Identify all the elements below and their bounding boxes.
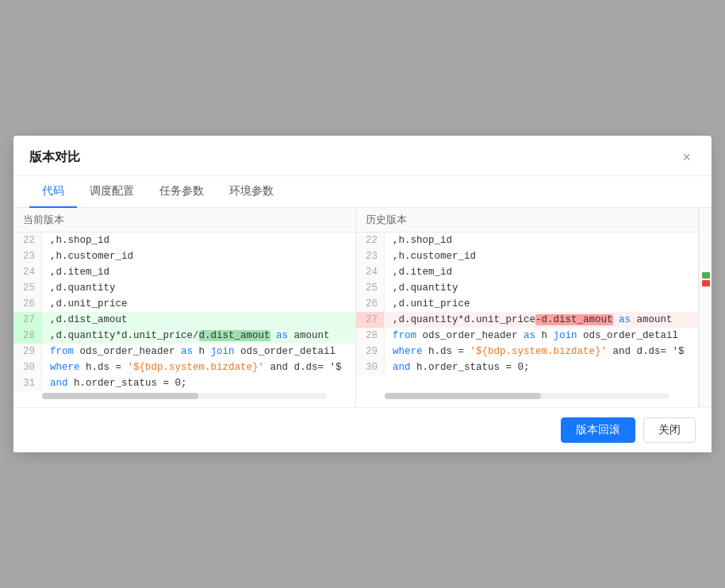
table-row: 28 ,d.quantity*d.unit_price/d.dist_amout… — [13, 328, 355, 344]
tab-task[interactable]: 任务参数 — [147, 176, 217, 208]
table-row: 29 where h.ds = '${bdp.system.bizdate}' … — [356, 344, 698, 359]
table-row: 28 from ods_order_header as h join ods_o… — [356, 328, 698, 344]
minimap-added-marker — [702, 272, 710, 279]
table-row: 24 ,d.item_id — [13, 264, 355, 280]
table-row: 31 and h.order_status = 0; — [13, 375, 355, 391]
minimap — [699, 208, 712, 407]
left-code-area[interactable]: 22 ,h.shop_id 23 ,h.customer_id 24 ,d.it… — [13, 233, 355, 391]
table-row: 25 ,d.quantity — [13, 280, 355, 296]
table-row: 27 ,d.quantity*d.unit_price-d.dist_amout… — [356, 312, 698, 328]
tab-code[interactable]: 代码 — [29, 176, 77, 208]
left-scrollbar[interactable] — [13, 391, 355, 407]
modal: 版本对比 × 代码 调度配置 任务参数 环境参数 当前版本 22 ,h.shop… — [13, 136, 712, 452]
modal-footer: 版本回滚 关闭 — [13, 407, 712, 452]
right-scrollbar[interactable] — [356, 391, 698, 407]
table-row: 29 from ods_order_header as h join ods_o… — [13, 344, 355, 359]
table-row: 30 where h.ds = '${bdp.system.bizdate}' … — [13, 359, 355, 375]
close-icon[interactable]: × — [677, 148, 696, 166]
modal-body: 当前版本 22 ,h.shop_id 23 ,h.customer_id 24 — [13, 208, 712, 407]
table-row: 26 ,d.unit_price — [356, 296, 698, 312]
minimap-removed-marker — [702, 280, 710, 286]
table-row: 30 and h.order_status = 0; — [356, 359, 698, 375]
rollback-button[interactable]: 版本回滚 — [561, 417, 635, 443]
diff-container: 当前版本 22 ,h.shop_id 23 ,h.customer_id 24 — [13, 208, 712, 407]
table-row: 27 ,d.dist_amout — [13, 312, 355, 328]
table-row: 23 ,h.customer_id — [356, 248, 698, 264]
right-pane: 历史版本 22 ,h.shop_id 23 ,h.customer_id 24 — [356, 208, 699, 407]
tab-schedule[interactable]: 调度配置 — [77, 176, 147, 208]
left-pane: 当前版本 22 ,h.shop_id 23 ,h.customer_id 24 — [13, 208, 356, 407]
table-row: 22 ,h.shop_id — [356, 233, 698, 248]
right-code-area[interactable]: 22 ,h.shop_id 23 ,h.customer_id 24 ,d.it… — [356, 233, 698, 391]
modal-overlay: 版本对比 × 代码 调度配置 任务参数 环境参数 当前版本 22 ,h.shop… — [0, 0, 725, 588]
table-row: 23 ,h.customer_id — [13, 248, 355, 264]
table-row: 25 ,d.quantity — [356, 280, 698, 296]
table-row: 24 ,d.item_id — [356, 264, 698, 280]
table-row: 22 ,h.shop_id — [13, 233, 355, 248]
modal-header: 版本对比 × — [13, 136, 712, 176]
table-row: 26 ,d.unit_price — [13, 296, 355, 312]
left-pane-header: 当前版本 — [13, 208, 355, 233]
close-button[interactable]: 关闭 — [643, 417, 696, 443]
right-pane-header: 历史版本 — [356, 208, 698, 233]
modal-title: 版本对比 — [29, 149, 80, 166]
tabs: 代码 调度配置 任务参数 环境参数 — [13, 176, 712, 208]
tab-env[interactable]: 环境参数 — [217, 176, 286, 208]
